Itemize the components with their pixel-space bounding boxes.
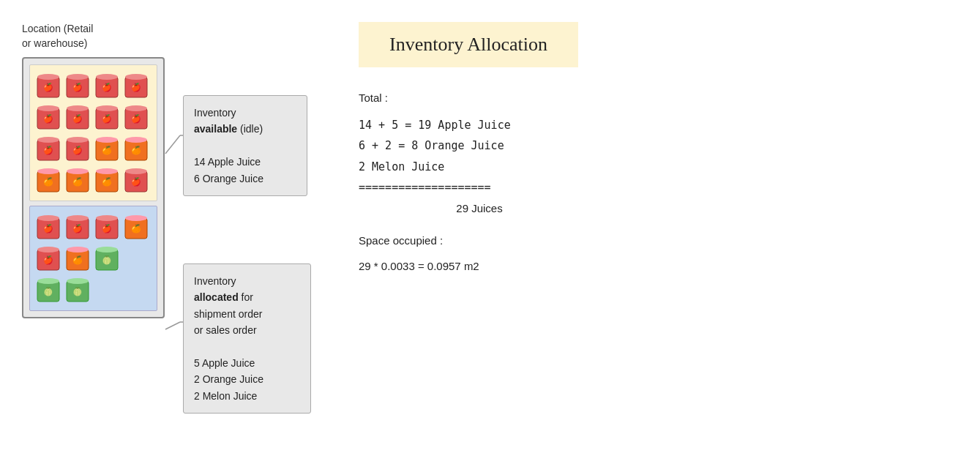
- svg-text:🍎: 🍎: [72, 145, 83, 155]
- svg-point-67: [96, 247, 118, 253]
- svg-point-25: [37, 137, 59, 143]
- callout-available: Inventory available (idle) 14 Apple Juic…: [183, 95, 307, 196]
- svg-text:🍎: 🍎: [72, 223, 83, 233]
- juice-can-icon: 🍈: [34, 275, 62, 304]
- callout-available-heading-normal: Inventory: [194, 107, 236, 119]
- svg-point-1: [37, 74, 59, 80]
- available-inventory-box: 🍎 🍎 🍎 🍎 🍎 🍎 🍎 🍎 🍎 🍎 🍊 🍊: [29, 64, 157, 201]
- svg-text:🍊: 🍊: [72, 176, 83, 187]
- svg-text:🍊: 🍊: [102, 145, 112, 155]
- juice-can-icon: 🍈: [64, 275, 91, 304]
- juice-can-icon: 🍎: [93, 71, 121, 100]
- svg-text:🍈: 🍈: [72, 286, 83, 296]
- svg-text:🍎: 🍎: [43, 82, 53, 92]
- total-divider: ====================: [359, 177, 578, 198]
- callout-available-items: 14 Apple Juice 6 Orange Juice: [194, 156, 263, 184]
- svg-point-52: [67, 215, 89, 221]
- callout-allocated-items: 5 Apple Juice 2 Orange Juice 2 Melon Jui…: [194, 357, 263, 402]
- svg-point-19: [96, 105, 118, 111]
- juice-can-icon: 🍎: [93, 212, 121, 242]
- juice-can-icon: 🍎: [93, 102, 121, 132]
- svg-point-16: [67, 105, 89, 111]
- svg-point-10: [125, 74, 147, 80]
- svg-point-28: [67, 137, 89, 143]
- svg-text:🍈: 🍈: [102, 255, 112, 265]
- total-juices: 29 Juices: [359, 198, 578, 220]
- svg-line-75: [165, 135, 180, 154]
- svg-text:🍎: 🍎: [72, 82, 83, 92]
- svg-point-40: [67, 168, 89, 174]
- juice-can-icon: 🍎: [122, 71, 150, 100]
- svg-point-22: [125, 105, 147, 111]
- juice-can-icon: 🍊: [122, 212, 150, 242]
- juice-can-icon: 🍎: [64, 71, 91, 100]
- location-label: Location (Retail or warehouse): [22, 22, 315, 51]
- svg-text:🍊: 🍊: [43, 176, 53, 187]
- juice-can-icon: 🍎: [34, 212, 62, 242]
- svg-text:🍎: 🍎: [102, 223, 112, 233]
- svg-text:🍎: 🍎: [131, 113, 141, 124]
- svg-point-37: [37, 168, 59, 174]
- total-row3: 2 Melon Juice: [359, 157, 578, 178]
- svg-point-13: [37, 105, 59, 111]
- svg-text:🍎: 🍎: [131, 82, 141, 92]
- svg-point-49: [37, 215, 59, 221]
- callout-allocated: Inventory allocated for shipment order o…: [183, 263, 311, 414]
- svg-text:🍎: 🍎: [102, 82, 112, 92]
- juice-can-icon: 🍎: [64, 102, 91, 132]
- svg-point-73: [67, 278, 89, 284]
- juice-can-icon: 🍎: [34, 71, 62, 100]
- title-box: Inventory Allocation: [359, 22, 578, 67]
- callout-allocated-heading-normal: Inventory: [194, 275, 236, 287]
- juice-can-icon: 🍎: [34, 244, 62, 273]
- svg-text:🍈: 🍈: [43, 286, 53, 296]
- available-row-1: 🍎 🍎 🍎 🍎: [34, 71, 152, 100]
- juice-can-icon: 🍎: [122, 102, 150, 132]
- location-box: 🍎 🍎 🍎 🍎 🍎 🍎 🍎 🍎 🍎 🍎 🍊 🍊: [22, 57, 165, 318]
- juice-can-icon: 🍊: [122, 134, 150, 163]
- juice-can-icon: 🍎: [34, 102, 62, 132]
- svg-text:🍊: 🍊: [131, 145, 141, 155]
- svg-text:🍎: 🍎: [43, 223, 53, 233]
- svg-point-70: [37, 278, 59, 284]
- allocated-row-2: 🍎 🍊 🍈: [34, 244, 152, 273]
- svg-line-77: [165, 322, 180, 329]
- svg-text:🍊: 🍊: [72, 255, 83, 265]
- juice-can-icon: 🍎: [34, 134, 62, 163]
- available-row-2: 🍎 🍎 🍎 🍎: [34, 102, 152, 132]
- svg-point-46: [125, 168, 147, 174]
- svg-point-64: [67, 247, 89, 253]
- juice-can-icon: 🍎: [64, 212, 91, 242]
- juice-can-icon: 🍊: [64, 165, 91, 195]
- juice-can-icon: 🍊: [64, 244, 91, 273]
- svg-point-4: [67, 74, 89, 80]
- juice-can-icon: 🍊: [34, 165, 62, 195]
- allocated-inventory-box: 🍎 🍎 🍎 🍊 🍎 🍊 🍈 🍈 🍈: [29, 206, 157, 311]
- available-row-3: 🍎 🍎 🍊 🍊: [34, 134, 152, 163]
- juice-can-icon: 🍊: [93, 165, 121, 195]
- total-row2: 6 + 2 = 8 Orange Juice: [359, 135, 578, 157]
- available-row-4: 🍊 🍊 🍊 🍎: [34, 165, 152, 195]
- juice-can-icon: 🍈: [93, 244, 121, 273]
- totals-section: Total : 14 + 5 = 19 Apple Juice 6 + 2 = …: [359, 88, 578, 277]
- svg-text:🍊: 🍊: [102, 176, 112, 187]
- svg-point-61: [37, 247, 59, 253]
- svg-text:🍎: 🍎: [72, 113, 83, 124]
- juice-can-icon: 🍎: [122, 165, 150, 195]
- juice-can-icon: 🍎: [64, 134, 91, 163]
- svg-text:🍊: 🍊: [131, 223, 141, 233]
- total-row1: 14 + 5 = 19 Apple Juice: [359, 115, 578, 136]
- callout-available-heading-suffix: (idle): [240, 123, 263, 135]
- right-panel: Inventory Allocation Total : 14 + 5 = 19…: [359, 22, 578, 277]
- svg-point-43: [96, 168, 118, 174]
- svg-point-55: [96, 215, 118, 221]
- callout-allocated-heading-bold: allocated: [194, 291, 239, 303]
- svg-text:🍎: 🍎: [43, 145, 53, 155]
- svg-point-31: [96, 137, 118, 143]
- juice-can-icon: 🍊: [93, 134, 121, 163]
- svg-text:🍎: 🍎: [102, 113, 112, 124]
- svg-text:🍎: 🍎: [131, 176, 141, 187]
- callout-available-heading-bold: available: [194, 123, 237, 135]
- svg-point-7: [96, 74, 118, 80]
- space-calc: 29 * 0.0033 = 0.0957 m2: [359, 256, 578, 277]
